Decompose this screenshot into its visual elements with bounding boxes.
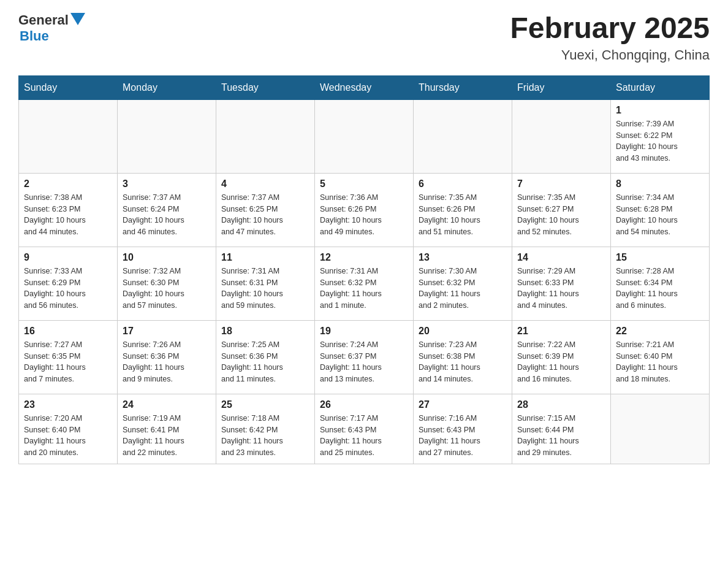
day-info: Sunrise: 7:34 AM Sunset: 6:28 PM Dayligh… (616, 192, 704, 238)
calendar-cell: 26Sunrise: 7:17 AM Sunset: 6:43 PM Dayli… (315, 394, 414, 464)
calendar-week-row: 2Sunrise: 7:38 AM Sunset: 6:23 PM Daylig… (19, 173, 710, 247)
calendar-week-row: 23Sunrise: 7:20 AM Sunset: 6:40 PM Dayli… (19, 394, 710, 464)
calendar-cell: 8Sunrise: 7:34 AM Sunset: 6:28 PM Daylig… (611, 173, 710, 247)
calendar-cell: 14Sunrise: 7:29 AM Sunset: 6:33 PM Dayli… (512, 247, 611, 320)
calendar-cell: 20Sunrise: 7:23 AM Sunset: 6:38 PM Dayli… (414, 320, 512, 394)
day-info: Sunrise: 7:16 AM Sunset: 6:43 PM Dayligh… (419, 413, 507, 459)
day-info: Sunrise: 7:31 AM Sunset: 6:32 PM Dayligh… (320, 266, 408, 312)
day-number: 16 (24, 326, 112, 337)
weekday-header-friday: Friday (512, 75, 611, 99)
calendar-cell: 24Sunrise: 7:19 AM Sunset: 6:41 PM Dayli… (118, 394, 216, 464)
weekday-header-sunday: Sunday (19, 75, 118, 99)
day-number: 6 (419, 178, 507, 190)
logo-blue: Blue (20, 28, 49, 44)
day-info: Sunrise: 7:18 AM Sunset: 6:42 PM Dayligh… (221, 413, 309, 459)
weekday-header-row: SundayMondayTuesdayWednesdayThursdayFrid… (19, 75, 710, 99)
day-number: 13 (419, 252, 507, 263)
day-number: 11 (221, 252, 309, 263)
day-info: Sunrise: 7:29 AM Sunset: 6:33 PM Dayligh… (517, 266, 605, 312)
day-number: 19 (320, 326, 408, 337)
calendar-cell: 19Sunrise: 7:24 AM Sunset: 6:37 PM Dayli… (315, 320, 414, 394)
day-number: 25 (221, 399, 309, 410)
calendar-cell: 6Sunrise: 7:35 AM Sunset: 6:26 PM Daylig… (414, 173, 512, 247)
calendar-cell: 1Sunrise: 7:39 AM Sunset: 6:22 PM Daylig… (611, 99, 710, 173)
day-info: Sunrise: 7:19 AM Sunset: 6:41 PM Dayligh… (123, 413, 211, 459)
day-info: Sunrise: 7:35 AM Sunset: 6:26 PM Dayligh… (419, 192, 507, 238)
calendar-week-row: 9Sunrise: 7:33 AM Sunset: 6:29 PM Daylig… (19, 247, 710, 320)
calendar-cell: 11Sunrise: 7:31 AM Sunset: 6:31 PM Dayli… (216, 247, 315, 320)
month-title: February 2025 (510, 12, 710, 45)
day-number: 24 (123, 399, 211, 410)
weekday-header-saturday: Saturday (611, 75, 710, 99)
day-number: 18 (221, 326, 309, 337)
day-info: Sunrise: 7:17 AM Sunset: 6:43 PM Dayligh… (320, 413, 408, 459)
calendar-cell (315, 99, 414, 173)
day-number: 28 (517, 399, 605, 410)
calendar-week-row: 1Sunrise: 7:39 AM Sunset: 6:22 PM Daylig… (19, 99, 710, 173)
calendar-cell: 22Sunrise: 7:21 AM Sunset: 6:40 PM Dayli… (611, 320, 710, 394)
calendar-cell: 27Sunrise: 7:16 AM Sunset: 6:43 PM Dayli… (414, 394, 512, 464)
calendar-cell: 10Sunrise: 7:32 AM Sunset: 6:30 PM Dayli… (118, 247, 216, 320)
day-number: 12 (320, 252, 408, 263)
calendar-week-row: 16Sunrise: 7:27 AM Sunset: 6:35 PM Dayli… (19, 320, 710, 394)
day-number: 4 (221, 178, 309, 190)
calendar-cell: 9Sunrise: 7:33 AM Sunset: 6:29 PM Daylig… (19, 247, 118, 320)
day-number: 26 (320, 399, 408, 410)
day-number: 17 (123, 326, 211, 337)
day-number: 23 (24, 399, 112, 410)
calendar-cell: 12Sunrise: 7:31 AM Sunset: 6:32 PM Dayli… (315, 247, 414, 320)
calendar-cell: 7Sunrise: 7:35 AM Sunset: 6:27 PM Daylig… (512, 173, 611, 247)
calendar-cell (216, 99, 315, 173)
day-info: Sunrise: 7:28 AM Sunset: 6:34 PM Dayligh… (616, 266, 704, 312)
day-info: Sunrise: 7:37 AM Sunset: 6:25 PM Dayligh… (221, 192, 309, 238)
page-header: General Blue February 2025 Yuexi, Chongq… (18, 12, 710, 63)
calendar-cell: 28Sunrise: 7:15 AM Sunset: 6:44 PM Dayli… (512, 394, 611, 464)
day-number: 21 (517, 326, 605, 337)
header-title-block: February 2025 Yuexi, Chongqing, China (510, 12, 710, 63)
day-info: Sunrise: 7:31 AM Sunset: 6:31 PM Dayligh… (221, 266, 309, 312)
calendar-cell: 4Sunrise: 7:37 AM Sunset: 6:25 PM Daylig… (216, 173, 315, 247)
day-number: 8 (616, 178, 704, 190)
day-info: Sunrise: 7:27 AM Sunset: 6:35 PM Dayligh… (24, 339, 112, 385)
day-info: Sunrise: 7:23 AM Sunset: 6:38 PM Dayligh… (419, 339, 507, 385)
calendar-cell (19, 99, 118, 173)
day-number: 15 (616, 252, 704, 263)
calendar-cell (611, 394, 710, 464)
day-info: Sunrise: 7:38 AM Sunset: 6:23 PM Dayligh… (24, 192, 112, 238)
day-number: 5 (320, 178, 408, 190)
calendar-cell (512, 99, 611, 173)
day-number: 14 (517, 252, 605, 263)
calendar-cell: 3Sunrise: 7:37 AM Sunset: 6:24 PM Daylig… (118, 173, 216, 247)
calendar-cell: 16Sunrise: 7:27 AM Sunset: 6:35 PM Dayli… (19, 320, 118, 394)
day-number: 2 (24, 178, 112, 190)
calendar-table: SundayMondayTuesdayWednesdayThursdayFrid… (18, 75, 710, 464)
calendar-cell: 18Sunrise: 7:25 AM Sunset: 6:36 PM Dayli… (216, 320, 315, 394)
calendar-cell: 23Sunrise: 7:20 AM Sunset: 6:40 PM Dayli… (19, 394, 118, 464)
weekday-header-wednesday: Wednesday (315, 75, 414, 99)
weekday-header-monday: Monday (118, 75, 216, 99)
calendar-cell (118, 99, 216, 173)
day-info: Sunrise: 7:22 AM Sunset: 6:39 PM Dayligh… (517, 339, 605, 385)
day-info: Sunrise: 7:36 AM Sunset: 6:26 PM Dayligh… (320, 192, 408, 238)
day-number: 27 (419, 399, 507, 410)
logo-general: General (18, 12, 69, 28)
day-info: Sunrise: 7:15 AM Sunset: 6:44 PM Dayligh… (517, 413, 605, 459)
day-number: 7 (517, 178, 605, 190)
weekday-header-tuesday: Tuesday (216, 75, 315, 99)
weekday-header-thursday: Thursday (414, 75, 512, 99)
calendar-cell (414, 99, 512, 173)
calendar-cell: 5Sunrise: 7:36 AM Sunset: 6:26 PM Daylig… (315, 173, 414, 247)
day-number: 20 (419, 326, 507, 337)
calendar-cell: 2Sunrise: 7:38 AM Sunset: 6:23 PM Daylig… (19, 173, 118, 247)
calendar-cell: 17Sunrise: 7:26 AM Sunset: 6:36 PM Dayli… (118, 320, 216, 394)
logo: General Blue (18, 12, 85, 44)
day-info: Sunrise: 7:39 AM Sunset: 6:22 PM Dayligh… (616, 118, 704, 164)
day-number: 10 (123, 252, 211, 263)
location-title: Yuexi, Chongqing, China (510, 47, 710, 63)
day-info: Sunrise: 7:26 AM Sunset: 6:36 PM Dayligh… (123, 339, 211, 385)
calendar-cell: 25Sunrise: 7:18 AM Sunset: 6:42 PM Dayli… (216, 394, 315, 464)
day-info: Sunrise: 7:24 AM Sunset: 6:37 PM Dayligh… (320, 339, 408, 385)
day-number: 9 (24, 252, 112, 263)
day-info: Sunrise: 7:25 AM Sunset: 6:36 PM Dayligh… (221, 339, 309, 385)
day-info: Sunrise: 7:21 AM Sunset: 6:40 PM Dayligh… (616, 339, 704, 385)
